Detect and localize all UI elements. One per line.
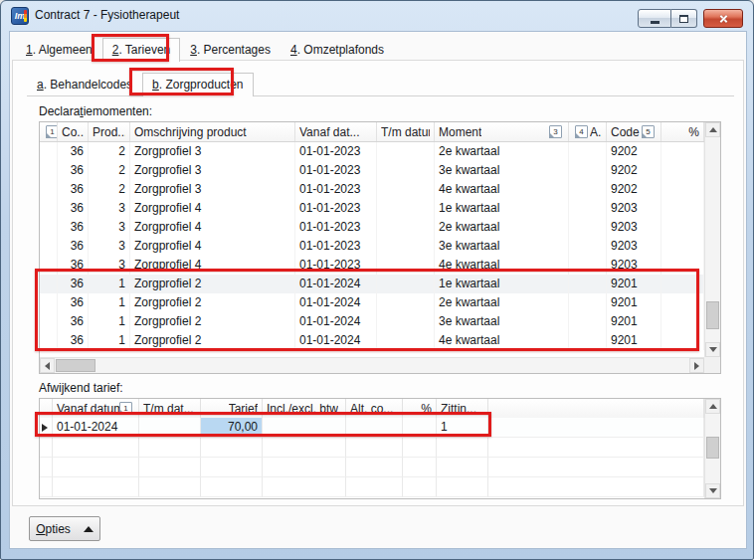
- column-header-ind[interactable]: 1: [40, 122, 58, 141]
- column-header-label: Prod...: [93, 125, 125, 139]
- column-header-pct[interactable]: %: [403, 399, 437, 418]
- tab-a-behandelcodes[interactable]: a. Behandelcodes: [27, 74, 142, 95]
- scrollbar-thumb[interactable]: [706, 301, 719, 329]
- column-header-incl[interactable]: Incl./excl. btw: [263, 399, 346, 418]
- title-bar[interactable]: Im Contract 7 - Fysiotherapeut: [1, 1, 753, 31]
- table-row[interactable]: [40, 458, 704, 477]
- tab-1-algemeen[interactable]: 1. Algemeen: [16, 39, 102, 61]
- scroll-up-button[interactable]: [705, 122, 720, 137]
- table-cell-prod: 3: [89, 237, 130, 256]
- close-button[interactable]: [703, 9, 743, 28]
- table-cell-tm: [139, 477, 201, 497]
- tab-b-zorgproducten[interactable]: b. Zorgproducten: [142, 73, 253, 96]
- scrollbar-thumb[interactable]: [56, 359, 95, 372]
- horizontal-scrollbar[interactable]: [40, 357, 704, 373]
- scroll-right-button[interactable]: [689, 358, 704, 373]
- table-cell-co: 36: [58, 331, 89, 350]
- table-row[interactable]: 363Zorgprofiel 401-01-20232e kwartaal920…: [40, 218, 704, 237]
- table-row[interactable]: [40, 438, 704, 458]
- column-header-code[interactable]: Code5: [607, 122, 661, 141]
- table-row[interactable]: 361Zorgprofiel 201-01-20241e kwartaal920…: [40, 275, 704, 293]
- table-cell-moment: 4e kwartaal: [435, 331, 569, 350]
- column-header-zit[interactable]: Zittin...: [437, 399, 488, 418]
- table-cell-vanaf: 01-01-2023: [295, 218, 377, 237]
- table-cell-pct: [661, 142, 704, 161]
- sort-order-badge: 1: [46, 125, 58, 138]
- minimize-button[interactable]: [638, 9, 671, 28]
- table-row[interactable]: 01-01-202470,001: [40, 418, 704, 438]
- column-header-tm[interactable]: T/m dat...: [139, 399, 201, 418]
- scroll-down-button[interactable]: [705, 483, 720, 498]
- table-cell-a: [569, 312, 607, 331]
- table-cell-a: [569, 218, 607, 237]
- table-row[interactable]: 361Zorgprofiel 201-01-20243e kwartaal920…: [40, 312, 704, 331]
- table-cell-pct: [661, 293, 704, 312]
- column-header-prod[interactable]: Prod...: [89, 122, 130, 141]
- window-controls: [638, 9, 743, 28]
- table-cell-pct: [661, 312, 704, 331]
- table-cell-a: [569, 237, 607, 256]
- tab-4-omzetplafonds[interactable]: 4. Omzetplafonds: [281, 39, 394, 61]
- column-header-fill[interactable]: [488, 399, 704, 418]
- table-cell-pct: [661, 237, 704, 256]
- column-header-oms[interactable]: Omschrijving product: [130, 122, 295, 141]
- table-cell-incl: [263, 418, 346, 438]
- opties-button[interactable]: Opties: [29, 516, 100, 541]
- column-header-label: Tarief: [229, 402, 258, 416]
- restore-button[interactable]: [671, 9, 697, 28]
- column-header-co[interactable]: Co...: [58, 122, 89, 141]
- sort-order-badge: 4: [575, 125, 588, 138]
- column-header-vanaf[interactable]: Vanaf dat...: [295, 122, 377, 141]
- table-row[interactable]: 362Zorgprofiel 301-01-20234e kwartaal920…: [40, 180, 704, 199]
- table-row[interactable]: 363Zorgprofiel 401-01-20233e kwartaal920…: [40, 237, 704, 256]
- afwijkend-tarief-body: 01-01-202470,001: [40, 418, 704, 498]
- column-header-tm[interactable]: T/m datum: [377, 122, 435, 141]
- column-header-pct[interactable]: %: [661, 122, 704, 141]
- table-row[interactable]: 362Zorgprofiel 301-01-20232e kwartaal920…: [40, 142, 704, 161]
- column-header-moment[interactable]: Moment3: [435, 122, 569, 141]
- table-cell-co: 36: [58, 256, 89, 275]
- table-cell-tm: [139, 438, 201, 458]
- table-cell-prod: 1: [89, 293, 130, 312]
- arrow-up-icon: [709, 127, 717, 132]
- column-header-ind[interactable]: [40, 399, 53, 418]
- table-cell-vanaf: 01-01-2023: [295, 256, 377, 275]
- table-cell-code: 9203: [607, 256, 661, 275]
- table-cell-vanaf: 01-01-2024: [295, 331, 377, 350]
- table-row[interactable]: 362Zorgprofiel 301-01-20233e kwartaal920…: [40, 161, 704, 180]
- table-row[interactable]: 361Zorgprofiel 201-01-20242e kwartaal920…: [40, 293, 704, 312]
- scroll-up-button[interactable]: [705, 399, 720, 414]
- scroll-down-button[interactable]: [705, 342, 720, 357]
- table-cell-oms: Zorgprofiel 2: [130, 312, 295, 331]
- tab-2-tarieven[interactable]: 2. Tarieven: [102, 38, 181, 62]
- table-cell-tm: [377, 142, 435, 161]
- table-row[interactable]: 363Zorgprofiel 401-01-20231e kwartaal920…: [40, 199, 704, 218]
- minimize-icon: [651, 21, 660, 24]
- tab-3-percentages[interactable]: 3. Percentages: [180, 39, 281, 61]
- table-cell-vanaf: [53, 477, 139, 497]
- vertical-scrollbar[interactable]: [704, 122, 720, 357]
- table-cell-ind: [40, 275, 58, 293]
- table-cell-prod: 1: [89, 275, 130, 293]
- scrollbar-thumb[interactable]: [706, 437, 719, 459]
- table-cell-moment: 3e kwartaal: [435, 312, 569, 331]
- column-header-tarief[interactable]: Tarief: [201, 399, 263, 418]
- window: Im Contract 7 - Fysiotherapeut 1. Algeme…: [0, 0, 754, 560]
- table-cell-tm: [377, 237, 435, 256]
- table-cell-ind: [40, 199, 58, 218]
- column-header-label: A...: [590, 125, 602, 139]
- vertical-scrollbar[interactable]: [704, 399, 720, 498]
- column-header-alt[interactable]: Alt. co...: [346, 399, 403, 418]
- table-row[interactable]: 363Zorgprofiel 401-01-20234e kwartaal920…: [40, 256, 704, 275]
- table-cell-pct: [661, 199, 704, 218]
- column-header-vanaf[interactable]: Vanaf datum1: [53, 399, 139, 418]
- column-header-a[interactable]: 4A...: [569, 122, 607, 141]
- table-cell-ind: [40, 237, 58, 256]
- table-row[interactable]: [40, 477, 704, 497]
- table-cell-co: 36: [58, 142, 89, 161]
- table-row[interactable]: 361Zorgprofiel 201-01-20244e kwartaal920…: [40, 331, 704, 350]
- table-cell-alt: [346, 477, 403, 497]
- scroll-left-button[interactable]: [40, 358, 55, 373]
- table-cell-ind: [40, 418, 53, 438]
- column-header-label: Vanaf dat...: [299, 125, 360, 139]
